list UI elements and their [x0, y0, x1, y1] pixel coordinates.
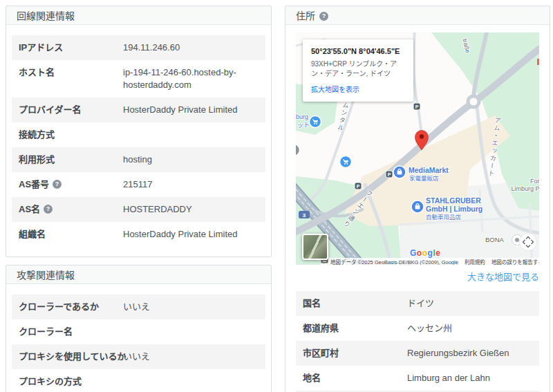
row-label: 都道府県	[303, 322, 407, 335]
table-row: 市区町村 Regierungsbezirk Gießen	[296, 341, 539, 366]
table-row: クローラーであるか いいえ	[12, 295, 265, 319]
row-value: いいえ	[123, 351, 261, 363]
svg-text:P: P	[415, 104, 419, 109]
table-row: クローラー名	[12, 319, 265, 344]
row-value: ip-194-11-246-60.hosted-by-hosterdaddy.c…	[123, 66, 261, 91]
card-title: 回線関連情報	[17, 8, 75, 22]
pan-control[interactable]	[520, 234, 537, 251]
parking-icon: P	[386, 171, 393, 178]
line-info-card-header: 回線関連情報	[6, 6, 271, 25]
stahlgruber-sublabel: 自動車用品店	[426, 214, 461, 221]
row-label: 接続方式	[19, 129, 123, 141]
row-value: 194.11.246.60	[123, 41, 261, 54]
table-row: プロキシの方式	[12, 369, 265, 392]
google-map-embed[interactable]: 3 P P P	[296, 32, 539, 265]
report-error-link[interactable]: 地図の誤りを報告する	[491, 258, 539, 265]
card-title: 攻撃関連情報	[17, 268, 75, 281]
shopping-cart-icon	[310, 116, 321, 128]
help-icon[interactable]	[53, 180, 62, 189]
shopping-cart-icon	[340, 156, 352, 168]
row-value: hosting	[123, 153, 261, 166]
stahlgruber-poi-icon	[411, 200, 424, 213]
row-label: 地名	[303, 372, 407, 384]
row-label: クローラーであるか	[19, 301, 123, 313]
row-value: いいえ	[123, 301, 261, 313]
stahlgruber-label[interactable]: STAHLGRUBER	[426, 197, 481, 205]
mediamarkt-sublabel: 家電量販店	[409, 176, 439, 182]
route-shield: 3	[299, 211, 310, 218]
line-info-card: 回線関連情報 IPアドレス 194.11.246.60 ホスト名 ip-194-…	[6, 6, 272, 257]
table-row: プロキシを使用しているか いいえ	[12, 344, 265, 369]
row-label: プロキシを使用しているか	[19, 351, 123, 363]
table-row: 都道府県 ヘッセン州	[296, 316, 539, 341]
stahlgruber-label2: GmbH | Limburg	[426, 205, 482, 214]
terms-link[interactable]: 利用規約	[465, 258, 485, 265]
enlarge-map-link[interactable]: 拡大地図を表示	[311, 84, 405, 94]
mediamarkt-label[interactable]: MediaMarkt	[409, 167, 449, 175]
parking-icon: P	[355, 183, 362, 189]
table-row: 組織名 HosterDaddy Private Limited	[12, 222, 265, 247]
table-row: AS番号 215117	[12, 172, 265, 197]
store-label: burg	[296, 114, 308, 121]
row-value: Limburg an der Lahn	[407, 372, 535, 384]
row-value: 215117	[123, 178, 261, 191]
address-card: 住所	[285, 6, 550, 392]
row-value: ドイツ	[407, 297, 535, 310]
google-logo[interactable]: Google	[410, 248, 440, 258]
row-label: IPアドレス	[19, 41, 123, 54]
address-table: 国名 ドイツ 都道府県 ヘッセン州 市区町村 Regierungsbezirk …	[296, 291, 539, 392]
store-label: ット	[297, 122, 310, 129]
table-row: IPアドレス 194.11.246.60	[12, 35, 265, 60]
attack-info-card: 攻撃関連情報 クローラーであるか いいえ クローラー名 プロキシを使用しているか…	[6, 265, 272, 392]
table-row: AS名 HOSTERDADDY	[12, 197, 265, 222]
table-row: 地名 Limburg an der Lahn	[296, 366, 539, 391]
row-label: プロキシの方式	[19, 375, 123, 388]
mediamarkt-poi-icon	[393, 166, 406, 178]
plus-code-address: 93XH+CRP リンブルク・アン・デア・ラーン, ドイツ	[311, 59, 405, 78]
map-attribution: 地図データ ©2025 GeoBasis-DE/BKG (©2009), Goo…	[321, 258, 539, 265]
row-value: HOSTERDADDY	[123, 203, 261, 216]
table-row: 国名 ドイツ	[296, 291, 539, 316]
parking-icon: P	[413, 103, 420, 110]
row-value: HosterDaddy Private Limited	[123, 104, 261, 116]
map-edge-marker	[537, 59, 539, 65]
table-row: ホスト名 ip-194-11-246-60.hosted-by-hosterda…	[12, 60, 265, 97]
card-title: 住所	[296, 8, 315, 22]
bona-label: BONA	[485, 236, 504, 243]
svg-text:3: 3	[303, 212, 306, 218]
row-value: ヘッセン州	[407, 322, 535, 335]
area-label: Former	[516, 178, 539, 185]
attack-info-card-header: 攻撃関連情報	[6, 265, 271, 284]
help-icon[interactable]	[44, 205, 53, 214]
help-icon[interactable]	[319, 12, 328, 21]
area-label: Limburg POW	[509, 186, 539, 193]
table-row: プロバイダー名 HosterDaddy Private Limited	[12, 97, 265, 122]
view-larger-map-link[interactable]: 大きな地図で見る	[296, 270, 539, 283]
table-row: 利用形式 hosting	[12, 147, 265, 172]
row-label: 利用形式	[19, 153, 123, 166]
map-data-credit: 地図データ ©2025 GeoBasis-DE/BKG (©2009), Goo…	[330, 258, 458, 265]
row-label: AS番号	[19, 178, 123, 191]
row-label: 市区町村	[303, 347, 407, 360]
row-label: クローラー名	[19, 326, 123, 338]
svg-text:P: P	[357, 184, 360, 189]
row-label: AS名	[19, 203, 123, 216]
map-info-window: 50°23'55.0"N 8°04'46.5"E 93XH+CRP リンブルク・…	[303, 39, 413, 102]
row-label: プロバイダー名	[19, 104, 123, 116]
coordinates-title: 50°23'55.0"N 8°04'46.5"E	[311, 47, 405, 55]
row-value: HosterDaddy Private Limited	[123, 228, 261, 241]
row-value: Regierungsbezirk Gießen	[407, 347, 535, 360]
satellite-view-toggle[interactable]	[302, 234, 328, 260]
row-label: 国名	[303, 297, 407, 310]
table-row: 接続方式	[12, 122, 265, 147]
row-label: ホスト名	[19, 66, 123, 79]
row-label: 組織名	[19, 228, 123, 241]
svg-text:P: P	[388, 172, 391, 177]
address-card-header: 住所	[285, 6, 550, 25]
